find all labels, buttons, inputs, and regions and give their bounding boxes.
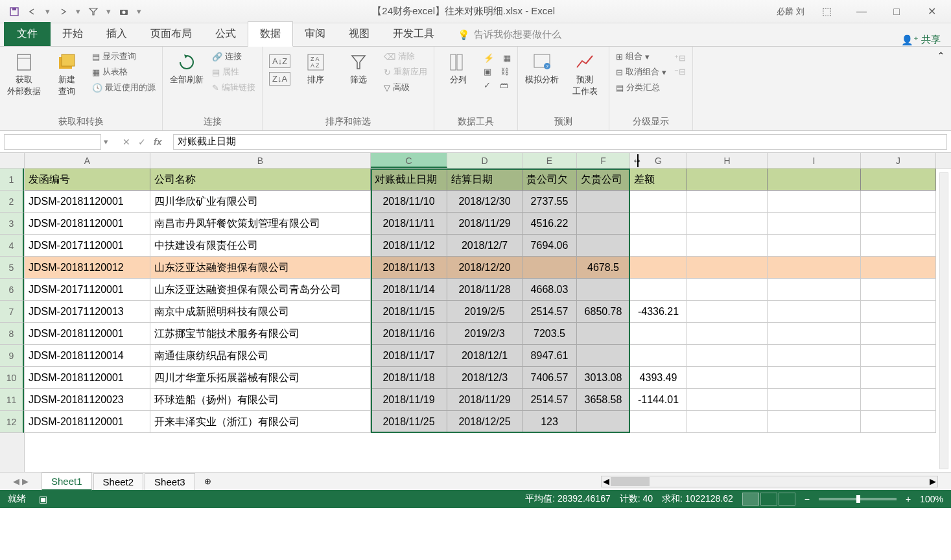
cell[interactable]: 4516.22 — [522, 213, 577, 235]
row-header-9[interactable]: 9 — [0, 345, 24, 367]
column-header-H[interactable]: H — [687, 153, 768, 168]
tab-insert[interactable]: 插入 — [95, 22, 139, 46]
cell[interactable]: 对账截止日期 — [371, 169, 447, 191]
cell[interactable]: 南通佳康纺织品有限公司 — [150, 345, 371, 367]
next-sheet-icon[interactable]: ▶ — [22, 476, 29, 486]
cell[interactable]: 2018/11/28 — [447, 279, 522, 301]
zoom-out-button[interactable]: − — [804, 494, 810, 504]
cell[interactable] — [687, 191, 768, 213]
row-header-4[interactable]: 4 — [0, 235, 24, 257]
properties-button[interactable]: ▤属性 — [209, 65, 258, 79]
page-break-button[interactable] — [779, 493, 795, 506]
cell[interactable] — [577, 235, 630, 257]
row-header-8[interactable]: 8 — [0, 323, 24, 345]
scroll-right-icon[interactable]: ▶ — [930, 476, 936, 486]
cell[interactable]: 2018/11/29 — [447, 389, 522, 411]
from-table-button[interactable]: ▦从表格 — [89, 65, 158, 79]
scroll-left-icon[interactable]: ◀ — [603, 476, 609, 486]
zoom-slider[interactable] — [819, 498, 897, 500]
cell[interactable] — [630, 323, 687, 345]
cell[interactable]: JDSM-20181120001 — [25, 367, 150, 389]
cell[interactable] — [768, 323, 861, 345]
sheet-tab-3[interactable]: Sheet3 — [145, 473, 195, 490]
redo-icon[interactable] — [58, 6, 68, 17]
cell[interactable] — [861, 345, 936, 367]
cell[interactable] — [687, 345, 768, 367]
ungroup-button[interactable]: ⊟取消组合▾ — [613, 65, 669, 79]
cell[interactable] — [768, 411, 861, 433]
undo-icon[interactable] — [27, 6, 38, 17]
cell[interactable]: 四川才华童乐拓展器械有限公司 — [150, 367, 371, 389]
cell[interactable] — [687, 257, 768, 279]
cell[interactable]: 2514.57 — [522, 389, 577, 411]
macro-record-icon[interactable]: ▣ — [39, 494, 47, 504]
minimize-icon[interactable]: — — [849, 6, 875, 18]
zoom-level[interactable]: 100% — [920, 494, 943, 504]
cell[interactable] — [861, 191, 936, 213]
cancel-icon[interactable]: ✕ — [123, 137, 130, 147]
cell[interactable]: -1144.01 — [630, 389, 687, 411]
cell[interactable]: 2019/2/3 — [447, 323, 522, 345]
column-header-B[interactable]: B — [150, 153, 371, 168]
column-header-C[interactable]: C — [371, 153, 447, 168]
cell[interactable]: 2019/2/5 — [447, 301, 522, 323]
cell[interactable]: 4678.5 — [577, 257, 630, 279]
cell[interactable]: 2018/11/19 — [371, 389, 447, 411]
cell[interactable]: 欠贵公司 — [577, 169, 630, 191]
show-detail-button[interactable]: ⁺⊟ — [672, 52, 688, 64]
column-header-I[interactable]: I — [768, 153, 861, 168]
cell[interactable]: 南昌市丹凤轩餐饮策划管理有限公司 — [150, 213, 371, 235]
fx-icon[interactable]: fx — [154, 137, 161, 147]
forecast-button[interactable]: 预测 工作表 — [565, 49, 605, 97]
filter-button[interactable]: 筛选 — [338, 49, 379, 86]
cell[interactable]: 7406.57 — [522, 367, 577, 389]
cell[interactable]: 2018/11/18 — [371, 367, 447, 389]
cell[interactable] — [687, 323, 768, 345]
tab-home[interactable]: 开始 — [51, 22, 95, 46]
cell[interactable] — [687, 301, 768, 323]
cell[interactable] — [577, 279, 630, 301]
column-header-A[interactable]: A — [25, 153, 150, 168]
cell[interactable]: 2018/12/3 — [447, 367, 522, 389]
consolidate-button[interactable]: ▦ — [500, 52, 513, 64]
cell[interactable]: 2018/11/16 — [371, 323, 447, 345]
flash-fill-button[interactable]: ⚡ — [481, 52, 497, 64]
camera-icon[interactable] — [119, 6, 129, 17]
cell[interactable]: 3658.58 — [577, 389, 630, 411]
cell[interactable]: 2018/11/12 — [371, 235, 447, 257]
cell[interactable]: 发函编号 — [25, 169, 150, 191]
cell[interactable] — [861, 323, 936, 345]
cell[interactable] — [861, 169, 936, 191]
cell[interactable] — [768, 191, 861, 213]
cell[interactable]: 山东泛亚达融资担保有限公司 — [150, 257, 371, 279]
reapply-button[interactable]: ↻重新应用 — [381, 65, 430, 79]
cell[interactable]: 4668.03 — [522, 279, 577, 301]
scroll-thumb[interactable] — [611, 477, 650, 486]
new-sheet-button[interactable]: ⊕ — [196, 474, 219, 489]
page-layout-button[interactable] — [760, 493, 777, 506]
cell[interactable]: 2737.55 — [522, 191, 577, 213]
cell[interactable]: 开来丰泽实业（浙江）有限公司 — [150, 411, 371, 433]
cell[interactable] — [768, 169, 861, 191]
maximize-icon[interactable]: □ — [884, 6, 910, 18]
cell[interactable]: 2018/11/10 — [371, 191, 447, 213]
prev-sheet-icon[interactable]: ◀ — [13, 476, 19, 486]
cell[interactable] — [768, 279, 861, 301]
cell[interactable] — [768, 345, 861, 367]
cell[interactable]: JDSM-20171120013 — [25, 301, 150, 323]
cell[interactable]: 7203.5 — [522, 323, 577, 345]
cell[interactable]: 2018/11/17 — [371, 345, 447, 367]
sheet-tab-1[interactable]: Sheet1 — [41, 472, 92, 491]
cell[interactable] — [768, 301, 861, 323]
cell[interactable]: 2018/11/15 — [371, 301, 447, 323]
column-header-J[interactable]: J — [861, 153, 936, 168]
cell[interactable] — [630, 345, 687, 367]
zoom-in-button[interactable]: + — [906, 494, 911, 504]
cell[interactable] — [577, 345, 630, 367]
text-to-columns-button[interactable]: 分列 — [438, 49, 478, 86]
cell[interactable] — [768, 235, 861, 257]
cell[interactable]: 2018/11/14 — [371, 279, 447, 301]
cell[interactable] — [577, 191, 630, 213]
row-header-1[interactable]: 1 — [0, 169, 24, 191]
cell[interactable] — [861, 257, 936, 279]
